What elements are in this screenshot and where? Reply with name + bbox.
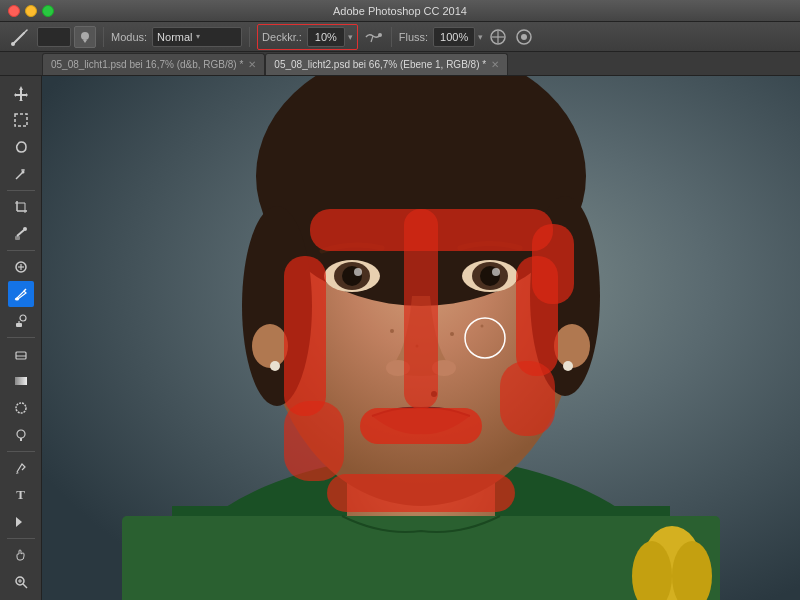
svg-line-0 [13,33,24,44]
text-tool[interactable]: T [8,482,34,508]
minimize-button[interactable] [25,5,37,17]
mode-dropdown-arrow: ▾ [196,32,200,41]
svg-line-6 [371,36,373,42]
svg-point-3 [81,32,89,40]
tab-1[interactable]: 05_08_licht1.psd bei 16,7% (d&b, RGB/8) … [42,53,265,75]
brush-size-group: 98 [6,26,96,48]
svg-line-42 [23,584,27,588]
svg-rect-80 [532,224,574,304]
brush-picker-button[interactable] [74,26,96,48]
tab-2-close[interactable]: ✕ [491,59,499,70]
move-tool[interactable] [8,80,34,106]
mode-group: Modus: Normal ▾ [111,27,242,47]
brush-tool-icon [6,26,34,48]
svg-point-55 [554,324,590,368]
brush-size-input[interactable]: 98 [37,27,71,47]
pen-tool[interactable] [8,455,34,481]
flow-value: 100% [440,31,468,43]
svg-point-24 [23,227,27,231]
svg-marker-4 [83,40,87,43]
svg-point-57 [563,361,573,371]
svg-rect-83 [327,474,515,512]
traffic-lights [8,5,54,17]
mode-value: Normal [157,31,192,43]
svg-point-11 [521,34,527,40]
main-area: T [0,76,800,600]
mode-label: Modus: [111,31,147,43]
separator-3 [391,27,392,47]
rect-select-tool[interactable] [8,107,34,133]
dodge-tool[interactable] [8,422,34,448]
tab-bar: 05_08_licht1.psd bei 16,7% (d&b, RGB/8) … [0,52,800,76]
tool-divider-1 [7,190,35,191]
svg-point-36 [16,403,26,413]
svg-point-65 [492,268,500,276]
svg-point-61 [354,268,362,276]
tool-divider-5 [7,538,35,539]
canvas-area[interactable] [42,76,800,600]
gradient-tool[interactable] [8,368,34,394]
svg-rect-82 [360,408,482,444]
svg-point-5 [378,33,382,37]
path-select-tool[interactable] [8,509,34,535]
svg-point-30 [20,315,26,321]
svg-point-54 [252,324,288,368]
svg-point-56 [270,361,280,371]
svg-point-69 [450,332,454,336]
svg-rect-35 [15,377,27,385]
opacity-input[interactable]: 10% [307,27,345,47]
flow-group: Fluss: 100% ▾ [399,27,483,47]
tab-2[interactable]: 05_08_licht2.psd bei 66,7% (Ebene 1, RGB… [265,53,508,75]
lasso-tool[interactable] [8,134,34,160]
svg-line-28 [24,289,26,291]
svg-point-29 [15,298,19,301]
svg-marker-39 [16,472,19,474]
options-bar: 98 Modus: Normal ▾ Deckkr.: 10% ▾ [0,22,800,52]
svg-line-1 [24,30,27,33]
svg-rect-22 [15,236,20,240]
extra-icon-2[interactable] [513,26,535,48]
hand-tool[interactable] [8,542,34,568]
svg-point-17 [21,171,24,174]
close-button[interactable] [8,5,20,17]
toolbox: T [0,76,42,600]
svg-marker-12 [14,86,28,101]
crop-tool[interactable] [8,194,34,220]
svg-rect-31 [16,323,22,327]
svg-rect-13 [15,114,27,126]
app-title: Adobe Photoshop CC 2014 [333,5,467,17]
svg-point-71 [481,325,484,328]
tool-divider-3 [7,337,35,338]
stamp-tool[interactable] [8,308,34,334]
eyedropper-tool[interactable] [8,221,34,247]
opacity-dropdown-arrow: ▾ [348,32,353,42]
eraser-tool[interactable] [8,341,34,367]
brush-tool[interactable] [8,281,34,307]
tab-1-close[interactable]: ✕ [248,59,256,70]
svg-line-23 [17,230,24,236]
airbrush-icon[interactable] [362,26,384,48]
flow-dropdown-arrow: ▾ [478,32,483,42]
zoom-tool[interactable] [8,569,34,595]
tool-divider-2 [7,250,35,251]
svg-rect-53 [286,156,556,176]
svg-marker-40 [16,517,22,527]
svg-rect-78 [284,256,326,416]
tab-2-label: 05_08_licht2.psd bei 66,7% (Ebene 1, RGB… [274,59,486,70]
tab-1-label: 05_08_licht1.psd bei 16,7% (d&b, RGB/8) … [51,59,243,70]
titlebar: Adobe Photoshop CC 2014 [0,0,800,22]
opacity-label: Deckkr.: [262,31,302,43]
svg-point-68 [390,329,394,333]
svg-point-37 [17,430,25,438]
blur-tool[interactable] [8,395,34,421]
flow-input[interactable]: 100% [433,27,475,47]
svg-rect-85 [500,361,555,436]
extra-icon-1[interactable] [487,26,509,48]
mode-dropdown[interactable]: Normal ▾ [152,27,242,47]
photo-canvas [42,76,800,600]
heal-tool[interactable] [8,254,34,280]
flow-label: Fluss: [399,31,428,43]
magic-wand-tool[interactable] [8,161,34,187]
maximize-button[interactable] [42,5,54,17]
svg-rect-81 [404,209,438,409]
